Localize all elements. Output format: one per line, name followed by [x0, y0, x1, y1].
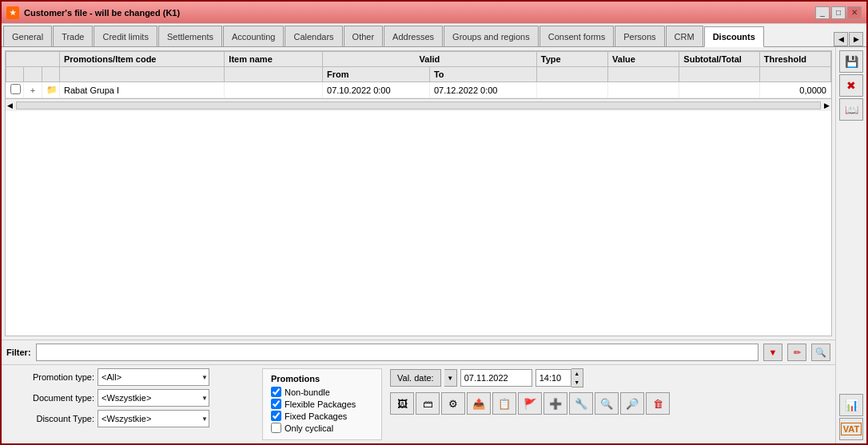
tab-groups-regions[interactable]: Groups and regions	[444, 26, 539, 46]
val-date-dropdown-btn[interactable]: ▼	[444, 369, 457, 387]
document-type-label: Document type:	[6, 393, 94, 403]
export-icon: 📤	[472, 398, 485, 410]
promotions-box: Promotions Non-bundle Flexible Packages …	[262, 368, 382, 440]
tab-general[interactable]: General	[3, 26, 52, 46]
action-image-btn[interactable]: 🖼	[390, 392, 414, 415]
zoom-icon: 🔎	[626, 398, 639, 410]
title-bar: ★ Customer's file - will be changed (K1)…	[2, 2, 866, 24]
main-window: ★ Customer's file - will be changed (K1)…	[0, 0, 868, 445]
row-type	[536, 82, 607, 98]
flexible-packages-checkbox[interactable]	[271, 399, 281, 409]
action-export-btn[interactable]: 📤	[467, 392, 491, 415]
filter-dropdown-btn[interactable]: ▼	[763, 344, 782, 361]
content-area: Promotions/Item code Item name Valid Typ…	[2, 47, 835, 443]
chart-icon: 📊	[845, 399, 858, 411]
row-checkbox-cell[interactable]	[6, 82, 24, 98]
window-close-button[interactable]: ✕	[847, 6, 862, 19]
non-bundle-row: Non-bundle	[271, 387, 373, 397]
vat-icon: VAT	[841, 423, 862, 435]
row-to: 07.12.2022 0:00	[429, 82, 536, 98]
promotion-type-row: Promotion type: <All> ▼	[6, 368, 254, 386]
help-toolbar-button[interactable]: 📖	[839, 98, 863, 121]
time-spin-down[interactable]: ▼	[571, 378, 583, 387]
val-date-input[interactable]	[460, 369, 532, 387]
time-spin-up[interactable]: ▲	[571, 369, 583, 378]
filter-edit-btn[interactable]: ✏	[787, 344, 806, 361]
flexible-packages-label: Flexible Packages	[285, 399, 356, 409]
action-edit-btn[interactable]: 🔧	[569, 392, 593, 415]
fixed-packages-checkbox[interactable]	[271, 411, 281, 421]
book-icon: 📖	[845, 103, 858, 116]
grid-header-icons	[6, 52, 60, 67]
tab-credit-limits[interactable]: Credit limits	[94, 26, 157, 46]
action-zoom-btn[interactable]: 🔎	[620, 392, 644, 415]
filter-label: Filter:	[6, 348, 31, 357]
filter-search-btn[interactable]: 🔍	[811, 344, 830, 361]
promotions-title: Promotions	[271, 374, 373, 383]
tab-addresses[interactable]: Addresses	[384, 26, 443, 46]
grid-subheader-expand	[24, 67, 42, 82]
promotion-type-select[interactable]: <All>	[98, 368, 209, 386]
window-title: Customer's file - will be changed (K1)	[24, 8, 810, 18]
tab-settlements[interactable]: Settlements	[158, 26, 222, 46]
tab-crm[interactable]: CRM	[666, 26, 703, 46]
grid-subheader-promo	[59, 67, 224, 82]
document-type-select[interactable]: <Wszystkie>	[98, 389, 209, 407]
tabs-container: General Trade Credit limits Settlements …	[2, 24, 866, 47]
grid-header-threshold: Threshold	[759, 52, 830, 67]
close-toolbar-button[interactable]: ✖	[839, 74, 863, 97]
scroll-right-btn[interactable]: ▶	[822, 101, 831, 109]
search-icon: 🔍	[600, 398, 613, 410]
grid-subheader-to: To	[429, 67, 536, 82]
tab-calendars[interactable]: Calendars	[285, 26, 342, 46]
window-icon: ★	[6, 6, 19, 19]
tab-next-button[interactable]: ▶	[849, 32, 863, 46]
grid-subheader-type	[536, 67, 607, 82]
edit-icon: 🔧	[575, 398, 587, 410]
action-group-btn[interactable]: 🗃	[416, 392, 440, 415]
action-clipboard-btn[interactable]: 📋	[492, 392, 516, 415]
vat-toolbar-button[interactable]: VAT	[839, 418, 863, 440]
close-icon: ✖	[846, 79, 856, 92]
row-folder-cell: 📁	[42, 82, 59, 98]
grid-header-item-name: Item name	[225, 52, 323, 67]
maximize-button[interactable]: □	[831, 6, 846, 19]
only-cyclical-checkbox[interactable]	[271, 423, 281, 433]
tab-discounts[interactable]: Discounts	[704, 26, 764, 47]
minimize-button[interactable]: _	[815, 6, 830, 19]
non-bundle-checkbox[interactable]	[271, 387, 281, 397]
action-settings-btn[interactable]: ⚙	[441, 392, 465, 415]
only-cyclical-label: Only cyclical	[285, 423, 333, 433]
grid-subheader-from: From	[323, 67, 430, 82]
tab-persons[interactable]: Persons	[615, 26, 664, 46]
tab-trade[interactable]: Trade	[53, 26, 93, 46]
scrollbar-track[interactable]	[16, 101, 821, 109]
tab-navigation: ◀ ▶	[834, 32, 866, 46]
action-add-btn[interactable]: ➕	[543, 392, 567, 415]
filter-input[interactable]	[36, 344, 759, 361]
save-toolbar-button[interactable]: 💾	[839, 50, 863, 73]
fixed-packages-label: Fixed Packages	[285, 411, 347, 421]
val-date-row: Val. date: ▼ ▲ ▼	[390, 368, 830, 387]
tab-prev-button[interactable]: ◀	[834, 32, 848, 46]
grid-subheader-folder	[42, 67, 59, 82]
tab-accounting[interactable]: Accounting	[223, 26, 284, 46]
folder-icon: 📁	[46, 85, 58, 94]
tab-other[interactable]: Other	[344, 26, 384, 46]
row-expand-cell[interactable]: +	[24, 82, 42, 98]
row-checkbox[interactable]	[10, 84, 21, 94]
val-time-input[interactable]	[536, 369, 571, 387]
action-flag-btn[interactable]: 🚩	[518, 392, 542, 415]
action-search-btn[interactable]: 🔍	[595, 392, 619, 415]
action-delete-btn[interactable]: 🗑	[646, 392, 670, 415]
scroll-left-btn[interactable]: ◀	[6, 101, 14, 109]
horizontal-scrollbar[interactable]: ◀ ▶	[6, 98, 831, 111]
chart-toolbar-button[interactable]: 📊	[839, 394, 863, 416]
discount-type-select[interactable]: <Wszystkie>	[98, 410, 209, 427]
form-fields: Promotion type: <All> ▼ Document type:	[6, 368, 254, 427]
action-buttons-row: 🖼 🗃 ⚙ 📤 📋	[390, 392, 670, 415]
grid-subheader-item	[225, 67, 323, 82]
tab-consent-forms[interactable]: Consent forms	[540, 26, 615, 46]
clipboard-icon: 📋	[498, 398, 511, 410]
val-date-button[interactable]: Val. date:	[390, 369, 441, 387]
